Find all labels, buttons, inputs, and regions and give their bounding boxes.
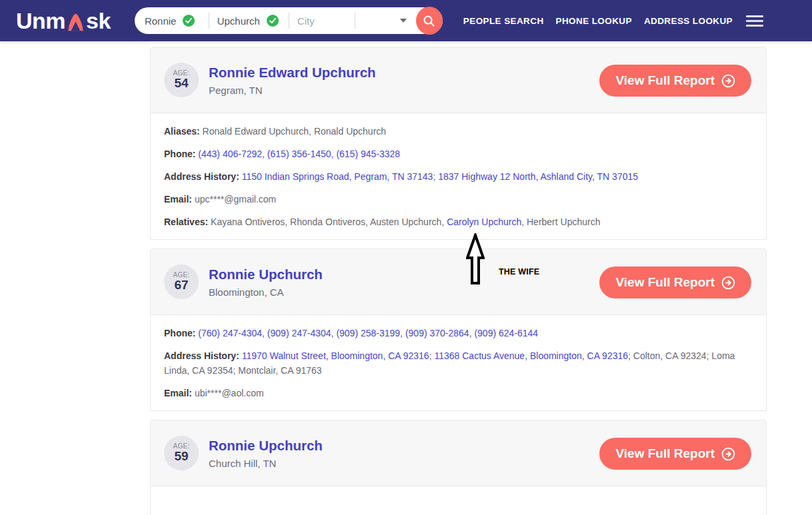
detail-row: Address History: 1150 Indian Springs Roa… bbox=[164, 169, 753, 184]
detail-row: Address History: 11970 Walnut Street, Bl… bbox=[164, 348, 753, 378]
address-link[interactable]: 1837 Highway 12 North, Ashland City, TN … bbox=[438, 171, 638, 182]
detail-text: ; bbox=[433, 171, 438, 182]
search-divider bbox=[289, 13, 289, 29]
logo-text-post: sk bbox=[86, 8, 111, 34]
search-divider bbox=[355, 13, 355, 29]
result-card: AGE:54Ronnie Edward UpchurchPegram, TNVi… bbox=[150, 47, 767, 240]
detail-label: Address History: bbox=[164, 171, 242, 182]
arrow-right-circle-icon bbox=[721, 74, 735, 88]
first-name-input[interactable]: Ronnie bbox=[145, 15, 177, 27]
detail-row: Phone: (443) 406-7292, (615) 356-1450, (… bbox=[164, 147, 753, 161]
person-name-link[interactable]: Ronnie Upchurch bbox=[209, 266, 323, 282]
person-name-link[interactable]: Ronnie Upchurch bbox=[209, 438, 323, 454]
last-name-input[interactable]: Upchurch bbox=[217, 15, 260, 27]
detail-text: Kayana Ontiveros, Rhonda Ontiveros, Aust… bbox=[211, 217, 447, 227]
result-card-header: AGE:59Ronnie UpchurchChurch Hill, TNView… bbox=[150, 420, 767, 486]
result-card-header: AGE:67Ronnie UpchurchBloomington, CAView… bbox=[150, 249, 767, 315]
search-icon bbox=[423, 15, 435, 27]
person-location: Pegram, TN bbox=[209, 85, 376, 96]
result-card-details bbox=[150, 486, 767, 515]
detail-label: Relatives: bbox=[164, 217, 211, 227]
phone-link[interactable]: (443) 406-7292, (615) 356-1450, (615) 94… bbox=[198, 149, 400, 159]
view-full-report-label: View Full Report bbox=[615, 275, 715, 290]
detail-row: Email: ubi****@aol.com bbox=[164, 386, 753, 400]
address-link[interactable]: 11970 Walnut Street, Bloomington, CA 923… bbox=[242, 350, 429, 361]
result-card: AGE:67Ronnie UpchurchBloomington, CAView… bbox=[150, 249, 767, 411]
detail-text: ubi****@aol.com bbox=[195, 388, 264, 398]
chevron-down-icon bbox=[400, 19, 407, 23]
result-card-header: AGE:54Ronnie Edward UpchurchPegram, TNVi… bbox=[150, 47, 767, 113]
detail-row: Relatives: Kayana Ontiveros, Rhonda Onti… bbox=[164, 215, 753, 229]
detail-label: Phone: bbox=[164, 149, 198, 159]
view-full-report-button[interactable]: View Full Report bbox=[599, 65, 751, 97]
state-select[interactable] bbox=[363, 7, 416, 34]
search-button[interactable] bbox=[416, 7, 443, 35]
nav-phone-lookup[interactable]: PHONE LOOKUP bbox=[556, 16, 632, 26]
detail-label: Address History: bbox=[164, 350, 242, 361]
view-full-report-label: View Full Report bbox=[615, 73, 715, 88]
nav-people-search[interactable]: PEOPLE SEARCH bbox=[463, 16, 544, 26]
detail-row: Phone: (760) 247-4304, (909) 247-4304, (… bbox=[164, 326, 753, 340]
detail-label: Email: bbox=[164, 388, 195, 398]
nav-links: PEOPLE SEARCHPHONE LOOKUPADDRESS LOOKUP bbox=[463, 16, 733, 26]
address-link[interactable]: 11368 Cactus Avenue, Bloomington, CA 923… bbox=[434, 350, 628, 361]
results-list: AGE:54Ronnie Edward UpchurchPegram, TNVi… bbox=[150, 47, 767, 515]
view-full-report-button[interactable]: View Full Report bbox=[599, 438, 751, 470]
age-value: 54 bbox=[174, 76, 188, 91]
logo-mask-icon bbox=[66, 13, 85, 32]
person-location: Bloomington, CA bbox=[209, 286, 323, 298]
person-location: Church Hill, TN bbox=[209, 458, 323, 469]
age-badge: AGE:59 bbox=[164, 436, 199, 470]
detail-row: Aliases: Ronald Edward Upchurch, Ronald … bbox=[164, 124, 753, 139]
person-name-link[interactable]: Ronnie Edward Upchurch bbox=[209, 65, 376, 81]
search-bar: Ronnie Upchurch City bbox=[135, 7, 443, 34]
view-full-report-button[interactable]: View Full Report bbox=[599, 266, 751, 298]
search-divider bbox=[209, 13, 209, 29]
detail-label: Aliases: bbox=[164, 126, 203, 137]
logo-text-pre: Unm bbox=[16, 8, 65, 34]
top-nav-bar: Unm sk Ronnie Upchurch City bbox=[0, 0, 812, 41]
detail-text: upc****@gmail.com bbox=[195, 194, 276, 205]
detail-row: Email: upc****@gmail.com bbox=[164, 192, 753, 207]
view-full-report-label: View Full Report bbox=[615, 446, 715, 461]
annotation-label: THE WIFE bbox=[499, 267, 539, 276]
age-badge: AGE:54 bbox=[164, 63, 199, 97]
nav-address-lookup[interactable]: ADDRESS LOOKUP bbox=[644, 16, 733, 26]
result-card-details: Phone: (760) 247-4304, (909) 247-4304, (… bbox=[150, 315, 767, 411]
annotation-arrow-icon bbox=[466, 233, 485, 285]
relative-link[interactable]: Carolyn Upchurch bbox=[447, 217, 521, 227]
arrow-right-circle-icon bbox=[721, 447, 735, 461]
valid-check-icon bbox=[267, 15, 279, 27]
result-card-details: Aliases: Ronald Edward Upchurch, Ronald … bbox=[150, 113, 767, 240]
age-value: 67 bbox=[174, 278, 188, 292]
phone-link[interactable]: (760) 247-4304, (909) 247-4304, (909) 25… bbox=[198, 328, 538, 338]
city-input[interactable]: City bbox=[297, 15, 315, 27]
age-badge: AGE:67 bbox=[164, 264, 199, 299]
valid-check-icon bbox=[183, 15, 195, 27]
result-card: AGE:59Ronnie UpchurchChurch Hill, TNView… bbox=[150, 420, 767, 515]
menu-icon[interactable] bbox=[746, 15, 763, 27]
brand-logo[interactable]: Unm sk bbox=[16, 8, 111, 34]
detail-label: Email: bbox=[164, 194, 195, 205]
detail-text: , Herbert Upchurch bbox=[521, 217, 600, 227]
detail-text: Ronald Edward Upchurch, Ronald Upchurch bbox=[203, 126, 386, 137]
arrow-right-circle-icon bbox=[721, 276, 735, 290]
address-link[interactable]: 1150 Indian Springs Road, Pegram, TN 371… bbox=[242, 171, 433, 182]
detail-label: Phone: bbox=[164, 328, 198, 338]
age-value: 59 bbox=[174, 449, 188, 464]
